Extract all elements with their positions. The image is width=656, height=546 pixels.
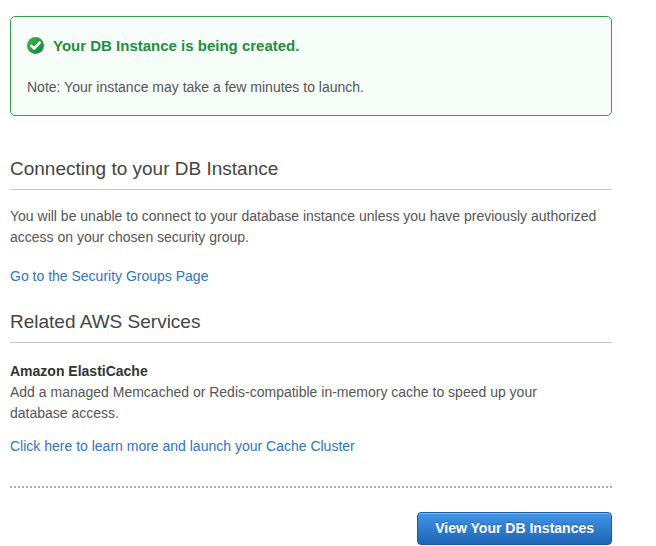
section-heading-related: Related AWS Services (10, 311, 612, 343)
security-groups-link[interactable]: Go to the Security Groups Page (10, 268, 208, 284)
section-heading-connecting: Connecting to your DB Instance (10, 158, 612, 190)
bottom-divider (10, 486, 612, 488)
connecting-body-line-1: You will be unable to connect to your da… (10, 206, 612, 227)
service-description-line-2: database access. (10, 403, 612, 424)
connecting-body-line-2: access on your chosen security group. (10, 227, 612, 248)
service-description-line-1: Add a managed Memcached or Redis-compati… (10, 382, 612, 403)
connecting-body: You will be unable to connect to your da… (10, 206, 612, 248)
alert-title: Your DB Instance is being created. (53, 37, 299, 54)
success-alert: Your DB Instance is being created. Note:… (10, 16, 612, 116)
footer-actions: View Your DB Instances (10, 512, 612, 545)
alert-title-row: Your DB Instance is being created. (27, 37, 595, 54)
cache-cluster-link[interactable]: Click here to learn more and launch your… (10, 438, 355, 454)
service-description: Add a managed Memcached or Redis-compati… (10, 382, 612, 424)
view-db-instances-button[interactable]: View Your DB Instances (417, 512, 612, 545)
page: Your DB Instance is being created. Note:… (0, 0, 656, 545)
service-name: Amazon ElastiCache (10, 361, 612, 382)
check-circle-icon (27, 37, 44, 54)
alert-note: Note: Your instance may take a few minut… (27, 79, 595, 95)
